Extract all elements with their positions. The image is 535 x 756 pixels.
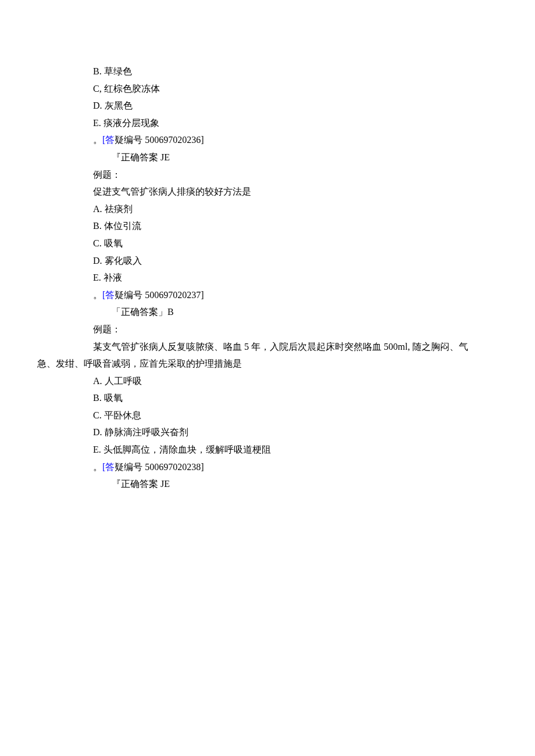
- q1-option-b: B. 草绿色: [37, 63, 498, 80]
- q2-option-d: D. 雾化吸入: [37, 252, 498, 270]
- q1-option-c: C, 红棕色胶冻体: [37, 80, 498, 98]
- q3-option-a: A. 人工呼吸: [37, 372, 498, 390]
- q2-answer-link[interactable]: [答: [102, 290, 115, 300]
- q1-answer-code-line: 。[答疑编号 500697020236]: [37, 131, 498, 149]
- q1-answer-code: 疑编号 500697020236]: [115, 135, 204, 145]
- q2-stem: 促进支气管扩张病人排痰的较好方法是: [37, 183, 498, 200]
- q2-correct-answer: 「正确答案」B: [37, 303, 498, 321]
- q1-answer-link[interactable]: [答: [102, 135, 115, 145]
- q3-option-e: E. 头低脚高位，清除血块，缓解呼吸道梗阻: [37, 441, 498, 458]
- q2-option-c: C. 吸氧: [37, 235, 498, 252]
- q3-answer-code-line: 。[答疑编号 500697020238]: [37, 458, 498, 476]
- q2-option-b: B. 体位引流: [37, 217, 498, 235]
- q3-stem-line1: 某支气管扩张病人反复咳脓痰、咯血 5 年，入院后次晨起床时突然咯血 500ml,…: [37, 338, 498, 356]
- q3-option-d: D. 静脉滴注呼吸兴奋剂: [37, 424, 498, 441]
- q3-stem-line2: 急、发绀、呼吸音减弱，应首先采取的护理措施是: [37, 355, 498, 372]
- q2-answer-code-line: 。[答疑编号 500697020237]: [37, 286, 498, 304]
- q1-option-e: E. 痰液分层现象: [37, 114, 498, 132]
- q2-header: 例题：: [37, 166, 498, 184]
- q2-answer-code: 疑编号 500697020237]: [115, 290, 204, 300]
- q3-header: 例题：: [37, 321, 498, 338]
- q3-option-c: C. 平卧休息: [37, 407, 498, 424]
- q1-option-d: D. 灰黑色: [37, 97, 498, 114]
- q2-option-a: A. 祛痰剂: [37, 200, 498, 218]
- q3-answer-prefix: 。: [93, 462, 102, 472]
- q3-option-b: B. 吸氧: [37, 389, 498, 407]
- q2-option-e: E. 补液: [37, 269, 498, 286]
- q1-correct-answer: 『正确答案 JE: [37, 149, 498, 166]
- q1-answer-prefix: 。: [93, 135, 102, 145]
- q3-answer-code: 疑编号 500697020238]: [115, 462, 204, 472]
- q3-answer-link[interactable]: [答: [102, 462, 115, 472]
- q3-correct-answer: 『正确答案 JE: [37, 475, 498, 493]
- q2-answer-prefix: 。: [93, 290, 102, 300]
